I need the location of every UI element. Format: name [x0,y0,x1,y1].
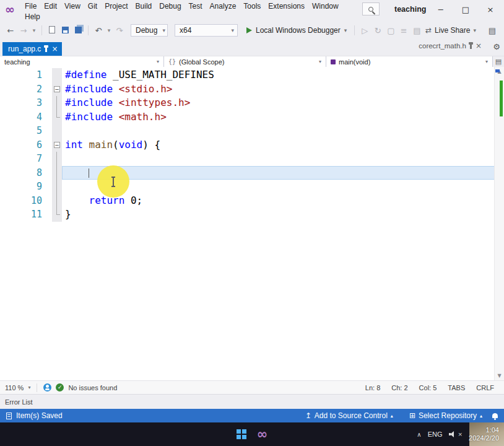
menu-test[interactable]: Test [185,1,206,12]
menu-edit[interactable]: Edit [40,1,61,12]
menu-file[interactable]: File [21,1,40,12]
code-line[interactable]: 8 [0,166,504,180]
close-tab-icon[interactable]: × [51,45,58,53]
minimize-button[interactable]: − [428,0,453,19]
hidden-icons-chevron-icon[interactable]: ∧ [417,431,421,438]
split-window-icon[interactable]: ▤ [493,56,504,67]
member-dropdown[interactable]: main(void) ▾ [326,56,493,67]
outlining-margin[interactable]: − [52,82,62,97]
code-line[interactable]: 7 [0,152,504,166]
start-debugging-button[interactable]: Local Windows Debugger ▾ [243,26,350,35]
menu-project[interactable]: Project [101,1,131,12]
vertical-scrollbar[interactable]: ▲ ▼ [494,67,504,380]
outlining-margin[interactable]: − [52,138,62,152]
menu-tools[interactable]: Tools [240,1,264,12]
health-check-icon: ✓ [56,383,64,391]
menu-debug[interactable]: Debug [155,1,185,12]
chevron-down-icon[interactable]: ▾ [28,385,30,390]
menu-analyze[interactable]: Analyze [206,1,240,12]
close-button[interactable]: × [478,0,503,19]
save-icon[interactable] [59,26,71,35]
code-line[interactable]: 2−#include <stdio.h> [0,82,504,97]
visual-studio-logo-icon: ∞ [5,2,15,16]
hot-reload-icon[interactable]: ↻ [372,26,383,35]
configuration-dropdown[interactable]: Debug ▾ [131,24,168,37]
save-all-icon[interactable] [72,26,84,35]
pin-icon[interactable] [45,48,47,52]
navigate-back-icon[interactable]: ← [5,26,16,35]
chevron-down-icon: ▾ [344,27,347,33]
notifications-bell-icon[interactable] [492,413,498,418]
outline-guide-line [56,194,57,208]
scope-dropdown[interactable]: {} (Global Scope) ▾ [164,56,326,67]
pin-icon[interactable] [470,45,472,49]
outline-guide-line [56,166,57,180]
step-icons[interactable]: ≡ [398,26,409,35]
zoom-level[interactable]: 110 % [5,384,24,391]
speaker-muted-icon[interactable] [449,431,456,437]
menu-extensions[interactable]: Extensions [264,1,308,12]
code-editor[interactable]: 1#define _USE_MATH_DEFINES2−#include <st… [0,67,504,380]
code-line[interactable]: 6−int main(void) { [0,138,504,152]
collapse-region-icon[interactable]: − [54,86,60,92]
menu-window[interactable]: Window [308,1,342,12]
menu-build[interactable]: Build [132,1,156,12]
select-repository-button[interactable]: ⊞ Select Repository ▴ [409,411,482,420]
navigation-bar: teaching ▾ {} (Global Scope) ▾ main(void… [0,56,504,67]
undo-dropdown-icon[interactable]: ▾ [106,27,112,33]
character-indicator[interactable]: Ch: 2 [391,384,407,391]
menu-view[interactable]: View [61,1,84,12]
find-in-files-icon[interactable]: ▤ [411,26,422,35]
text-caret [89,168,89,178]
code-line[interactable]: 11} [0,208,504,222]
tab-corecrt-math-h[interactable]: corecrt_math.h × [419,42,482,50]
menu-help[interactable]: Help [21,12,44,22]
taskbar-clock[interactable]: 1:04 2024/2/20 [469,426,502,442]
code-line[interactable]: 10 return 0; [0,194,504,208]
menu-git[interactable]: Git [84,1,101,12]
live-share-button[interactable]: ⇄ Live Share ▾ [425,26,476,35]
code-line[interactable]: 9 [0,180,504,194]
eol-indicator[interactable]: CRLF [476,384,494,391]
search-box[interactable] [362,2,380,15]
scroll-down-icon[interactable]: ▼ [495,373,504,378]
add-to-source-control-button[interactable]: ↥ Add to Source Control ▴ [305,411,393,420]
language-indicator[interactable]: ENG [428,431,443,438]
code-text [62,152,504,166]
member-value: main(void) [339,58,370,66]
new-file-icon[interactable] [46,26,58,35]
error-list-panel-header[interactable]: Error List [0,394,504,409]
column-indicator[interactable]: Col: 5 [419,384,437,391]
visual-studio-taskbar-icon[interactable]: ∞ [257,428,268,440]
code-line[interactable]: 5 [0,124,504,138]
platform-dropdown[interactable]: x64 ▾ [175,24,238,37]
line-number: 1 [0,68,43,82]
line-indicator[interactable]: Ln: 8 [365,384,380,391]
tab-run-app-c[interactable]: run_app.c × [2,42,62,56]
line-number: 2 [0,82,43,97]
run-play-icon [246,27,252,33]
scrollbar-saved-changes-marker [500,81,503,116]
chevron-down-icon: ▾ [473,27,476,33]
close-tab-icon[interactable]: × [476,42,482,50]
editor-options-gear-icon[interactable]: ⚙ [493,42,500,51]
restore-button[interactable]: □ [453,0,478,19]
navigate-forward-icon[interactable]: → [18,26,29,35]
toolbar-options-icon[interactable]: ▤ [487,26,498,35]
navigate-dropdown-icon[interactable]: ▾ [31,27,37,33]
break-all-icon[interactable]: ▢ [385,26,396,35]
time-value: 1:04 [469,426,499,434]
code-line[interactable]: 1#define _USE_MATH_DEFINES [0,68,504,82]
chevron-up-icon: ▴ [480,413,482,419]
start-without-debugging-icon[interactable]: ▷ [359,26,370,35]
project-dropdown[interactable]: teaching ▾ [0,56,164,67]
collapse-region-icon[interactable]: − [54,142,60,148]
indent-indicator[interactable]: TABS [448,384,465,391]
code-line[interactable]: 3#include <inttypes.h> [0,96,504,110]
health-message[interactable]: No issues found [68,384,117,391]
undo-icon[interactable]: ↶ [93,26,104,35]
accessibility-icon[interactable] [43,383,51,391]
code-line[interactable]: 4#include <math.h> [0,110,504,125]
start-button[interactable] [237,429,247,440]
redo-icon[interactable]: ↷ [114,26,125,35]
